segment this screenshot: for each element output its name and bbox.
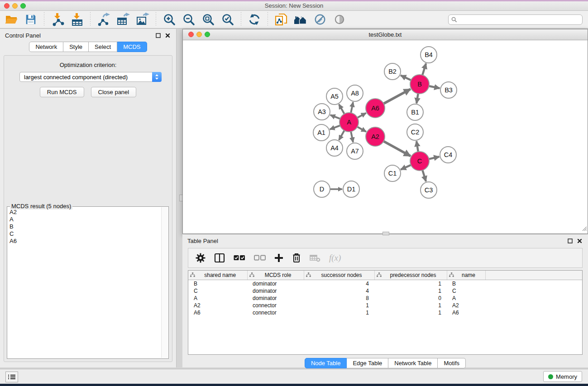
mcds-result-item[interactable]: B — [10, 223, 161, 230]
import-table-icon[interactable] — [69, 12, 85, 27]
zoom-window-button[interactable] — [20, 3, 26, 9]
graph-edge-A-A6[interactable] — [357, 113, 366, 118]
table-cell: C — [447, 287, 485, 295]
graph-edge-A-A1[interactable] — [330, 125, 341, 129]
toolbar-separator — [156, 12, 156, 27]
graph-edge-C-C2[interactable] — [416, 141, 418, 152]
mcds-result-item[interactable]: A2 — [10, 209, 161, 216]
run-mcds-button[interactable]: Run MCDS — [40, 87, 84, 97]
graph-edge-A6-B[interactable] — [383, 89, 411, 104]
criterion-dropdown[interactable]: largest connected component (directed) — [19, 72, 162, 82]
table-row[interactable]: Cdominator41C — [188, 287, 582, 295]
graph-edge-B-B2[interactable] — [401, 76, 412, 81]
column-header-filler — [485, 271, 582, 280]
tab-network[interactable]: Network — [29, 42, 63, 52]
column-header-successor-nodes[interactable]: successor nodes — [304, 271, 374, 280]
select-all-icon[interactable] — [234, 255, 245, 261]
graph-edge-A-A5[interactable] — [339, 104, 345, 114]
mcds-result-item[interactable]: A — [10, 216, 161, 223]
graph-node-label: A4 — [330, 144, 339, 152]
control-panel-tabs: NetworkStyleSelectMCDS — [0, 42, 176, 52]
trash-icon[interactable] — [292, 253, 301, 263]
add-column-icon[interactable] — [274, 253, 283, 262]
tab-node-table[interactable]: Node Table — [305, 358, 347, 368]
graph-edge-C-C4[interactable] — [428, 157, 440, 159]
table-toolbar: f(x) — [188, 248, 583, 268]
graph-edge-A-A3[interactable] — [330, 115, 341, 119]
search-input[interactable] — [448, 14, 583, 25]
column-header-predecessor-nodes[interactable]: predecessor nodes — [374, 271, 447, 280]
zoom-in-icon[interactable] — [162, 12, 177, 27]
table-panel-title: Table Panel — [187, 238, 218, 244]
tab-network-table[interactable]: Network Table — [388, 358, 438, 368]
toolbar-separator — [268, 12, 268, 27]
mcds-result-item[interactable]: C — [10, 230, 161, 238]
half-circle-eye-icon[interactable] — [332, 12, 347, 27]
close-window-button[interactable] — [4, 3, 10, 9]
memory-button[interactable]: Memory — [543, 371, 582, 382]
tab-style[interactable]: Style — [63, 42, 89, 52]
no-label-icon[interactable] — [312, 12, 328, 27]
close-panel-button[interactable]: Close panel — [91, 87, 137, 97]
criterion-value: largest connected component (directed) — [24, 74, 128, 81]
tab-mcds[interactable]: MCDS — [117, 42, 147, 52]
graph-edge-B-B3[interactable] — [428, 86, 440, 88]
mcds-result-item[interactable]: A6 — [10, 238, 161, 245]
minimize-window-button[interactable] — [12, 3, 18, 9]
column-header-mcds-role[interactable]: MCDS role — [247, 271, 304, 280]
result-scrollbar[interactable] — [161, 207, 168, 358]
deselect-all-icon[interactable] — [254, 255, 266, 261]
close-panel-icon[interactable] — [164, 32, 171, 39]
network-zoom-button[interactable] — [205, 32, 210, 37]
control-panel: Control Panel NetworkStyleSelectMCDS Opt… — [0, 29, 177, 367]
table-row[interactable]: A6connector11A6 — [188, 309, 582, 316]
zoom-out-icon[interactable] — [181, 12, 196, 27]
graph-edge-A-A7[interactable] — [351, 131, 353, 143]
graph-edge-C-C1[interactable] — [401, 165, 412, 170]
open-session-icon[interactable] — [4, 12, 19, 27]
graph-node-label: B2 — [388, 68, 397, 75]
refresh-icon[interactable] — [247, 12, 262, 27]
task-history-button[interactable] — [5, 372, 18, 382]
column-header-shared-name[interactable]: shared name — [188, 271, 247, 280]
graph-edge-A2-C[interactable] — [383, 141, 411, 156]
float-table-panel-icon[interactable] — [566, 238, 574, 244]
graph-edge-A-A2[interactable] — [357, 126, 366, 132]
export-table-icon[interactable] — [115, 12, 131, 27]
export-image-icon[interactable] — [135, 12, 150, 27]
graph-edge-B-B1[interactable] — [416, 93, 418, 104]
network-close-button[interactable] — [188, 32, 194, 37]
graph-edge-C-C3[interactable] — [422, 169, 426, 181]
table-row[interactable]: Adominator80A — [188, 295, 582, 302]
tab-motifs[interactable]: Motifs — [438, 358, 466, 368]
network-canvas[interactable]: B4B2BB3A5A8A6A3B1AA1C2A2A4A7CC4C1C3DD1 — [183, 40, 588, 234]
split-columns-icon[interactable] — [214, 253, 225, 263]
horizontal-splitter-handle[interactable] — [382, 232, 389, 235]
clone-network-icon[interactable] — [273, 12, 289, 27]
list-icon — [8, 374, 15, 380]
tab-edge-table[interactable]: Edge Table — [347, 358, 388, 368]
graph-node-label: A — [347, 119, 351, 126]
column-header-name[interactable]: name — [447, 271, 485, 280]
graph-edge-B-B4[interactable] — [422, 63, 426, 76]
table-cell: dominator — [247, 280, 304, 288]
table-cell: 8 — [304, 295, 374, 302]
zoom-fit-icon[interactable] — [201, 12, 216, 27]
function-builder-icon: f(x) — [329, 253, 341, 263]
gear-icon[interactable] — [196, 253, 206, 263]
import-network-icon[interactable] — [50, 12, 65, 27]
table-row[interactable]: Bdominator41B — [188, 280, 582, 288]
export-network-icon[interactable] — [96, 12, 111, 27]
network-minimize-button[interactable] — [196, 32, 202, 37]
close-table-panel-icon[interactable] — [576, 238, 583, 244]
float-panel-icon[interactable] — [154, 32, 162, 39]
graph-edge-A-A4[interactable] — [339, 130, 345, 140]
table-row[interactable]: A2connector11A2 — [188, 302, 582, 309]
houses-icon[interactable] — [293, 12, 308, 27]
resize-grip-icon[interactable] — [581, 225, 587, 233]
tab-select[interactable]: Select — [89, 42, 117, 52]
save-session-icon[interactable] — [23, 12, 38, 27]
table-cell: 1 — [304, 309, 374, 316]
zoom-selected-icon[interactable] — [220, 12, 235, 27]
graph-edge-A-A8[interactable] — [351, 102, 353, 114]
